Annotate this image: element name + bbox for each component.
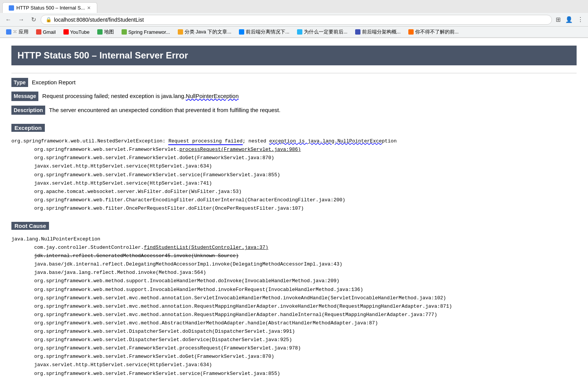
bookmark-maps[interactable]: 地图 [94, 28, 117, 36]
bookmark-zhi-label: 前后端分离情况下... [246, 28, 289, 35]
page-content: HTTP Status 500 – Internal Server Error … [0, 38, 588, 390]
gmail-icon [36, 29, 41, 35]
type-section: Type Exception Report [11, 78, 577, 87]
type-value: Exception Report [32, 79, 76, 85]
back-button[interactable]: ← [3, 15, 14, 25]
bookmark-spring-label: Spring Framewor... [128, 29, 170, 35]
stack-line-6: org.apache.tomcat.websocket.server.WsFil… [34, 188, 577, 196]
divider-1 [11, 73, 577, 73]
process-request-link: processRequest(FrameworkServlet.java:986… [179, 147, 301, 152]
rc-line-5: org.springframework.web.method.support.I… [34, 277, 577, 285]
lock-icon: 🔒 [46, 17, 52, 22]
find-student-link: findStudentList(StudentController.java:3… [144, 245, 269, 250]
cloud-icon [297, 29, 302, 35]
description-label: Description [11, 106, 45, 115]
stack-line-7: org.springframework.web.filter.Character… [34, 196, 577, 204]
rc-line-14: org.springframework.web.servlet.Framewor… [34, 352, 577, 361]
rc-line-9: org.springframework.web.servlet.mvc.meth… [34, 311, 577, 319]
rc-line-11: org.springframework.web.servlet.Dispatch… [34, 327, 577, 336]
spring-icon [122, 29, 127, 35]
bookmark-apps[interactable]: ⁙ 应用 [3, 28, 32, 36]
tab-title: HTTP Status 500 – Internal S... [16, 5, 85, 11]
reload-button[interactable]: ↻ [29, 14, 38, 25]
request-processing-link: Request processing failed [168, 138, 242, 145]
java-icon [178, 29, 183, 35]
maps-icon [97, 29, 103, 35]
extensions-button[interactable]: ⊞ [554, 14, 562, 25]
tab-favicon [9, 5, 14, 11]
message-label: Message [11, 92, 38, 101]
description-section: Description The server encountered an un… [11, 106, 577, 115]
bookmark-spring[interactable]: Spring Framewor... [119, 28, 173, 36]
nav-bar: ← → ↻ 🔒 ⊞ 👤 ⋮ [0, 13, 588, 27]
bookmark-arch[interactable]: 前后端分架构概... [352, 28, 404, 36]
profile-button[interactable]: 👤 [564, 14, 574, 25]
exception-header: Exception [11, 124, 45, 132]
bookmark-front-label: 你不得不了解的前... [415, 28, 459, 35]
stack-line-2: org.springframework.web.servlet.Framewor… [34, 154, 577, 162]
root-cause-header: Root Cause [11, 222, 49, 230]
description-value: The server encountered an unexpected con… [49, 107, 281, 113]
bookmark-cloud-label: 为什么一定要前后... [304, 28, 348, 35]
bookmark-youtube-label: YouTube [70, 29, 90, 35]
rc-line-15: javax.servlet.http.HttpServlet.service(H… [34, 361, 577, 369]
rc-line-2: jdk.internal.reflect.GeneratedMethodAcce… [34, 252, 577, 260]
bookmark-arch-label: 前后端分架构概... [362, 28, 401, 35]
http-status-header: HTTP Status 500 – Internal Server Error [11, 46, 577, 65]
front-icon [408, 29, 414, 35]
message-value: Request processing failed; nested except… [42, 93, 239, 99]
url-input[interactable] [54, 17, 547, 23]
root-cause-section: Root Cause java.lang.NullPointerExceptio… [11, 217, 577, 378]
active-tab[interactable]: HTTP Status 500 – Internal S... ✕ [2, 2, 97, 13]
message-section: Message Request processing failed; neste… [11, 92, 577, 101]
stack-line-4: org.springframework.web.servlet.Framewor… [34, 171, 577, 179]
rc-line-3: java.base/jdk.internal.reflect.Delegatin… [34, 260, 577, 269]
address-bar[interactable]: 🔒 [41, 15, 552, 25]
rc-line-7: org.springframework.web.servlet.mvc.meth… [34, 294, 577, 302]
bookmark-java-label: 分类 Java 下的文章... [185, 28, 232, 35]
rc-line-13: org.springframework.web.servlet.Framewor… [34, 344, 577, 352]
apps-icon [6, 29, 11, 35]
exception-squiggle: exception is java.lang.NullPointerExce [269, 138, 382, 144]
bookmark-gmail-label: Gmail [43, 29, 56, 35]
bookmark-cloud[interactable]: 为什么一定要前后... [294, 28, 351, 36]
rc-line-16: org.springframework.web.servlet.Framewor… [34, 370, 577, 378]
rc-line-4: java.base/java.lang.reflect.Method.invok… [34, 269, 577, 277]
tab-close-button[interactable]: ✕ [87, 5, 91, 11]
rc-line-6: org.springframework.web.method.support.I… [34, 286, 577, 294]
bookmark-front[interactable]: 你不得不了解的前... [405, 28, 462, 36]
bookmarks-bar: ⁙ 应用 Gmail YouTube 地图 Spring Framewor...… [0, 27, 588, 38]
stack-line-0: org.springframework.web.util.NestedServl… [11, 137, 577, 145]
browser-chrome: HTTP Status 500 – Internal S... ✕ ← → ↻ … [0, 0, 588, 38]
null-pointer-exception: NullPointerException [186, 93, 239, 99]
bookmark-apps-label: ⁙ 应用 [13, 28, 28, 35]
exception-stack-trace: org.springframework.web.util.NestedServl… [11, 137, 577, 213]
nav-actions: ⊞ 👤 ⋮ [554, 14, 585, 25]
arch-icon [355, 29, 360, 35]
bookmark-maps-label: 地图 [104, 28, 114, 35]
stack-line-8: org.springframework.web.filter.OncePerRe… [34, 204, 577, 213]
bookmark-zhi[interactable]: 前后端分离情况下... [236, 28, 292, 36]
zhi-icon [239, 29, 244, 35]
youtube-icon [63, 29, 69, 35]
rc-line-10: org.springframework.web.servlet.mvc.meth… [34, 319, 577, 327]
exception-section: Exception org.springframework.web.util.N… [11, 119, 577, 213]
forward-button[interactable]: → [16, 15, 27, 25]
rc-line-8: org.springframework.web.servlet.mvc.meth… [34, 302, 577, 311]
type-label: Type [11, 78, 28, 87]
stack-line-1: org.springframework.web.servlet.Framewor… [34, 145, 577, 154]
stack-line-5: javax.servlet.http.HttpServlet.service(H… [34, 179, 577, 188]
bookmark-java[interactable]: 分类 Java 下的文章... [175, 28, 235, 36]
rc-line-12: org.springframework.web.servlet.Dispatch… [34, 336, 577, 344]
root-cause-stack-trace: java.lang.NullPointerException com.jay.c… [11, 235, 577, 378]
tab-bar: HTTP Status 500 – Internal S... ✕ [0, 0, 588, 13]
stack-line-3: javax.servlet.http.HttpServlet.service(H… [34, 162, 577, 171]
menu-button[interactable]: ⋮ [576, 14, 585, 25]
rc-line-1: com.jay.controller.StudentController.fin… [34, 243, 577, 252]
rc-line-0: java.lang.NullPointerException [11, 235, 577, 243]
bookmark-youtube[interactable]: YouTube [60, 28, 93, 36]
bookmark-gmail[interactable]: Gmail [33, 28, 59, 36]
page-title: HTTP Status 500 – Internal Server Error [17, 50, 188, 60]
rc-strikethrough: jdk.internal.reflect.GeneratedMethodAcce… [34, 253, 239, 259]
